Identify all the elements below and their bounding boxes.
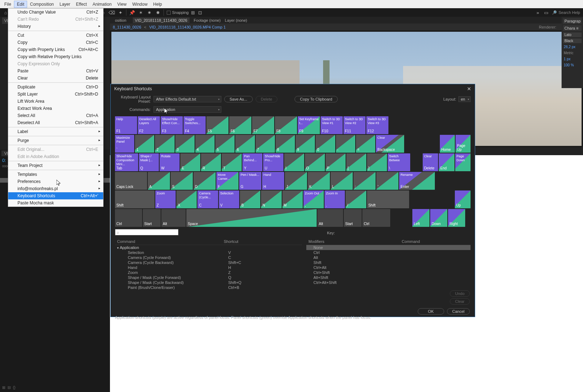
key-z[interactable]: ZoomZ (155, 190, 176, 208)
paragraph-tab[interactable]: Paragrap (563, 18, 582, 24)
layout-icon[interactable]: ▭ (543, 10, 549, 15)
key-p[interactable]: P (326, 153, 346, 171)
menu-item[interactable]: Templates (8, 171, 103, 178)
key-q[interactable]: Shape / Mask (...Q (139, 153, 159, 171)
leading[interactable]: 1 px (563, 57, 582, 61)
key-end[interactable]: End (439, 153, 454, 171)
kerning[interactable]: Metric (563, 51, 582, 55)
command-search[interactable]: ⌕ (115, 229, 179, 235)
menu-item[interactable]: History (8, 23, 103, 30)
key-i[interactable]: I (284, 153, 304, 171)
key-1[interactable]: 1 (135, 135, 154, 153)
local-axis-icon[interactable]: ✶ (138, 10, 144, 15)
key-x[interactable]: X (176, 190, 197, 208)
key-space[interactable]: Space (186, 209, 317, 227)
key-s[interactable]: S (171, 172, 193, 190)
command-row[interactable]: Camera (Cycle Forward)C (115, 255, 302, 260)
edit-menu-dropdown[interactable]: Undo Change ValueCtrl+ZCan't RedoCtrl+Sh… (8, 8, 104, 207)
key-f12[interactable]: Switch to 3D View #3F12 (366, 116, 388, 134)
key-[interactable]: Zoom Out, (303, 190, 324, 208)
menu-edit[interactable]: Edit (14, 1, 27, 8)
cancel-button[interactable]: Cancel (447, 308, 470, 315)
key-ctrl[interactable]: Ctrl (362, 209, 390, 227)
key-4[interactable]: 4 (195, 135, 215, 153)
key-[interactable]: Switch Betwee\ (388, 153, 410, 171)
roto-tool-icon[interactable]: ✦ (117, 10, 123, 15)
menu-item[interactable]: CutCtrl+X (8, 32, 103, 39)
modifier-row[interactable]: Alt (306, 255, 471, 260)
key-t[interactable]: T (222, 153, 242, 171)
key-8[interactable]: 8 (276, 135, 295, 153)
key-f6[interactable]: F6 (229, 116, 251, 134)
undo-button[interactable]: Undo (450, 290, 470, 297)
key-[interactable]: / (346, 190, 366, 208)
key-l[interactable]: L (331, 172, 353, 190)
close-icon[interactable]: ✕ (467, 86, 471, 92)
font-family[interactable]: Lato (563, 32, 582, 37)
key-3[interactable]: 3 (175, 135, 195, 153)
key-y[interactable]: Pan Behind...Y (242, 153, 262, 171)
snap-opt1-icon[interactable]: ⊞ (190, 10, 196, 15)
key-0[interactable]: 0 (316, 135, 335, 153)
key-capslock[interactable]: Caps Lock (115, 172, 147, 190)
toggle-switches-icon[interactable]: ⊞ (2, 385, 5, 390)
ok-button[interactable]: OK (418, 308, 444, 315)
key-9[interactable]: 9 (296, 135, 315, 153)
key-[interactable]: [ (346, 153, 366, 171)
command-row[interactable]: Camera (Cycle Backward)Shift+C (115, 260, 302, 265)
key-f5[interactable]: F5 (206, 116, 228, 134)
commands-dropdown[interactable]: Application▾ (154, 106, 221, 113)
comp-tab[interactable]: VID_20181118_111430_0026 (133, 17, 190, 23)
key-j[interactable]: J (285, 172, 307, 190)
key-u[interactable]: Show/Hide Pro...U (263, 153, 283, 171)
snap-opt2-icon[interactable]: ⊡ (197, 10, 203, 15)
menu-layer[interactable]: Layer (57, 1, 73, 8)
menu-item[interactable]: Deselect AllCtrl+Shift+A (8, 119, 103, 126)
command-row[interactable]: Paint (Brush/Clone/Eraser)Ctrl+B (115, 285, 302, 290)
key-f[interactable]: Move Camer...F (216, 172, 238, 190)
menu-item[interactable]: Team Project (8, 162, 103, 169)
modifier-row[interactable]: None (306, 245, 471, 250)
menu-item[interactable]: Copy with Relative Property Links (8, 53, 103, 60)
search-input[interactable]: Search Help (558, 10, 580, 15)
key-g[interactable]: Pen / Mask...G (239, 172, 261, 190)
key-e[interactable]: E (180, 153, 200, 171)
key-w[interactable]: RotateW (160, 153, 180, 171)
font-style[interactable]: Black (563, 39, 582, 43)
breadcrumb-2[interactable]: VID_20181118_111430_0026.MP4 Comp 1 (149, 25, 226, 29)
key-f2[interactable]: Deselect All LayersF2 (138, 116, 160, 134)
save-as-button[interactable]: Save As... (224, 96, 253, 102)
key-[interactable]: = (356, 135, 375, 153)
menu-item[interactable]: Split LayerCtrl+Shift+D (8, 91, 103, 98)
key-[interactable]: Maximize Panel` (115, 135, 134, 153)
key-[interactable]: ] (367, 153, 387, 171)
key-enter[interactable]: RenameEnter (399, 172, 435, 190)
menu-item[interactable]: DuplicateCtrl+D (8, 83, 103, 91)
menu-item[interactable]: Purge (8, 137, 103, 144)
command-row[interactable]: Shape / Mask (Cycle Backward)Shift+Q (115, 280, 302, 285)
key-a[interactable]: A (148, 172, 170, 190)
key-ctrl[interactable]: Ctrl (115, 209, 142, 227)
menu-item[interactable]: Preferences (8, 178, 103, 185)
key-pagedown[interactable]: Page Down (455, 153, 471, 171)
menu-effect[interactable]: Effect (73, 1, 90, 8)
menu-item[interactable]: Copy with Property LinksCtrl+Alt+C (8, 46, 103, 53)
key-[interactable]: ; (353, 172, 376, 190)
menu-item[interactable]: Label (8, 128, 103, 135)
key-k[interactable]: K (308, 172, 330, 190)
key-up[interactable]: Up (455, 190, 471, 208)
key-alt[interactable]: Alt (161, 209, 186, 227)
layout-dropdown[interactable]: en▾ (458, 96, 471, 102)
key-start[interactable]: Start (344, 209, 362, 227)
key-delete[interactable]: ClearDelete (423, 153, 438, 171)
workspace-icon[interactable]: » (535, 10, 541, 15)
key-start[interactable]: Start (143, 209, 161, 227)
modifier-row[interactable]: Ctrl+Alt (306, 265, 471, 270)
copy-clipboard-button[interactable]: Copy To Clipboard (295, 96, 337, 102)
modifier-row[interactable]: Ctrl+Alt+Shift (306, 280, 471, 285)
key-down[interactable]: Down (430, 209, 447, 227)
key-home[interactable]: Home (440, 135, 455, 153)
key-f9[interactable]: Set Keyframe t...F9 (298, 116, 320, 134)
key-f4[interactable]: Toggle Switches...F4 (184, 116, 206, 134)
timecode[interactable]: 0: (2, 158, 6, 163)
